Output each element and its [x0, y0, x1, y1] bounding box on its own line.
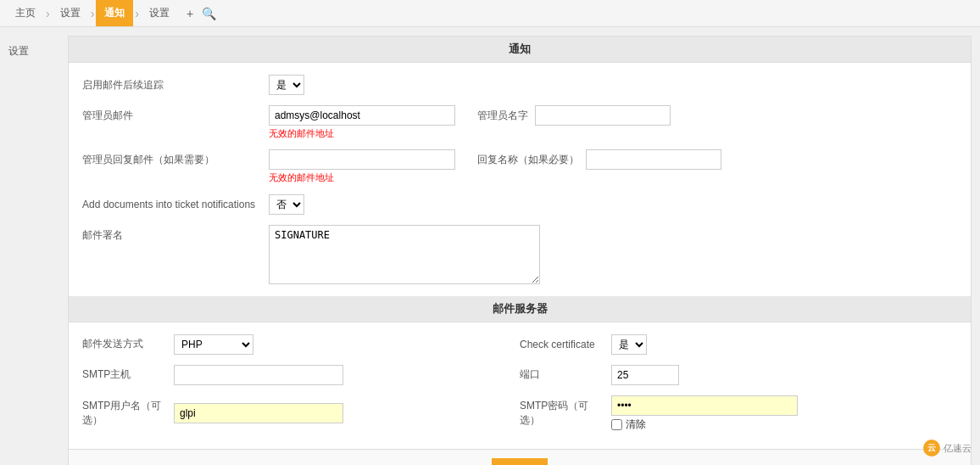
action-area: 保存: [69, 449, 971, 465]
reply-name-input[interactable]: [586, 149, 721, 170]
smtp-pass-col: SMTP密码（可选） 清除: [520, 395, 957, 432]
save-button[interactable]: 保存: [492, 458, 548, 465]
check-cert-col: Check certificate 是 否: [520, 334, 957, 355]
smtp-pass-input[interactable]: [611, 395, 798, 416]
admin-name-label: 管理员名字: [477, 105, 528, 123]
signature-row: 邮件署名 SIGNATURE: [82, 220, 957, 289]
admin-reply-email-input-group: 无效的邮件地址: [269, 149, 455, 183]
admin-email-row: 管理员邮件 无效的邮件地址 管理员名字: [82, 100, 957, 144]
form-container: 通知 启用邮件后续追踪 是 否 管理员邮件: [68, 36, 972, 465]
smtp-host-input[interactable]: [174, 365, 343, 385]
smtp-pass-group: 清除: [611, 395, 798, 432]
port-label: 端口: [520, 367, 604, 382]
logo-icon: 云: [923, 440, 940, 457]
signature-textarea[interactable]: SIGNATURE: [269, 225, 540, 284]
add-documents-control: 否 是: [269, 194, 957, 215]
smtp-host-port-row: SMTP主机 端口: [82, 360, 957, 390]
check-cert-label: Check certificate: [520, 339, 604, 350]
admin-name-input[interactable]: [535, 105, 671, 126]
nav-config[interactable]: 设置: [141, 0, 178, 26]
mail-server-section: 邮件服务器 邮件发送方式 PHP SMTP SMTP+SSL SMTP+TLS: [69, 296, 971, 449]
smtp-user-input[interactable]: [174, 403, 343, 423]
delivery-col: 邮件发送方式 PHP SMTP SMTP+SSL SMTP+TLS: [82, 334, 520, 355]
add-documents-row: Add documents into ticket notifications …: [82, 189, 957, 220]
search-icon[interactable]: 🔍: [202, 7, 216, 20]
reply-name-group: 回复名称（如果必要）: [477, 149, 721, 170]
smtp-host-label: SMTP主机: [82, 367, 167, 382]
admin-reply-email-control: 无效的邮件地址 回复名称（如果必要）: [269, 149, 957, 183]
spacer: [82, 437, 957, 442]
admin-email-input[interactable]: [269, 105, 455, 126]
port-col: 端口: [520, 365, 957, 385]
signature-control: SIGNATURE: [269, 225, 957, 284]
admin-reply-email-error: 无效的邮件地址: [269, 171, 455, 183]
clear-label: 清除: [626, 417, 646, 432]
notification-section: 通知 启用邮件后续追踪 是 否 管理员邮件: [69, 36, 971, 296]
port-input[interactable]: [611, 365, 679, 385]
admin-email-input-group: 无效的邮件地址: [269, 105, 455, 139]
logo-area: 云 亿速云: [923, 440, 972, 457]
admin-email-control: 无效的邮件地址 管理员名字: [269, 105, 957, 139]
nav-sep-2: ›: [91, 7, 95, 20]
admin-reply-email-input[interactable]: [269, 149, 455, 170]
add-icon[interactable]: +: [187, 7, 193, 20]
admin-name-group: 管理员名字: [477, 105, 671, 126]
mail-server-form-body: 邮件发送方式 PHP SMTP SMTP+SSL SMTP+TLS Check …: [69, 322, 971, 449]
email-tracking-select[interactable]: 是 否: [269, 75, 304, 95]
smtp-user-col: SMTP用户名（可选）: [82, 399, 520, 428]
clear-checkbox[interactable]: [611, 419, 622, 430]
admin-reply-email-label: 管理员回复邮件（如果需要）: [82, 149, 269, 167]
add-documents-label: Add documents into ticket notifications: [82, 194, 269, 212]
reply-name-label: 回复名称（如果必要）: [477, 149, 579, 167]
nav-sep-3: ›: [135, 7, 139, 20]
logo-text: 亿速云: [944, 442, 972, 455]
nav-settings[interactable]: 设置: [52, 0, 89, 26]
top-navigation: 主页 › 设置 › 通知 › 设置 + 🔍: [0, 0, 980, 27]
admin-email-label: 管理员邮件: [82, 105, 269, 123]
smtp-user-pass-row: SMTP用户名（可选） SMTP密码（可选） 清除: [82, 390, 957, 437]
delivery-cert-row: 邮件发送方式 PHP SMTP SMTP+SSL SMTP+TLS Check …: [82, 329, 957, 360]
clear-group: 清除: [611, 417, 798, 432]
email-tracking-control: 是 否: [269, 75, 957, 95]
sidebar-label: 设置: [8, 36, 59, 465]
notification-section-header: 通知: [69, 36, 971, 63]
mail-server-section-header: 邮件服务器: [69, 296, 971, 322]
check-cert-select[interactable]: 是 否: [611, 334, 647, 355]
smtp-host-col: SMTP主机: [82, 365, 520, 385]
main-content: 设置 通知 启用邮件后续追踪 是 否 管理员邮件: [0, 27, 980, 465]
nav-home[interactable]: 主页: [7, 0, 44, 26]
smtp-user-label: SMTP用户名（可选）: [82, 399, 167, 428]
admin-email-error: 无效的邮件地址: [269, 127, 455, 139]
admin-reply-email-row: 管理员回复邮件（如果需要） 无效的邮件地址 回复名称（如果必要）: [82, 144, 957, 188]
delivery-method-select[interactable]: PHP SMTP SMTP+SSL SMTP+TLS: [174, 334, 253, 355]
delivery-method-label: 邮件发送方式: [82, 337, 167, 351]
signature-label: 邮件署名: [82, 225, 269, 243]
email-tracking-label: 启用邮件后续追踪: [82, 75, 269, 92]
nav-sep-1: ›: [46, 7, 50, 20]
email-tracking-row: 启用邮件后续追踪 是 否: [82, 70, 957, 100]
add-documents-select[interactable]: 否 是: [269, 194, 304, 215]
smtp-pass-label: SMTP密码（可选）: [520, 399, 604, 428]
notification-form-body: 启用邮件后续追踪 是 否 管理员邮件 无效的邮件地址: [69, 63, 971, 296]
nav-notification[interactable]: 通知: [96, 0, 133, 26]
